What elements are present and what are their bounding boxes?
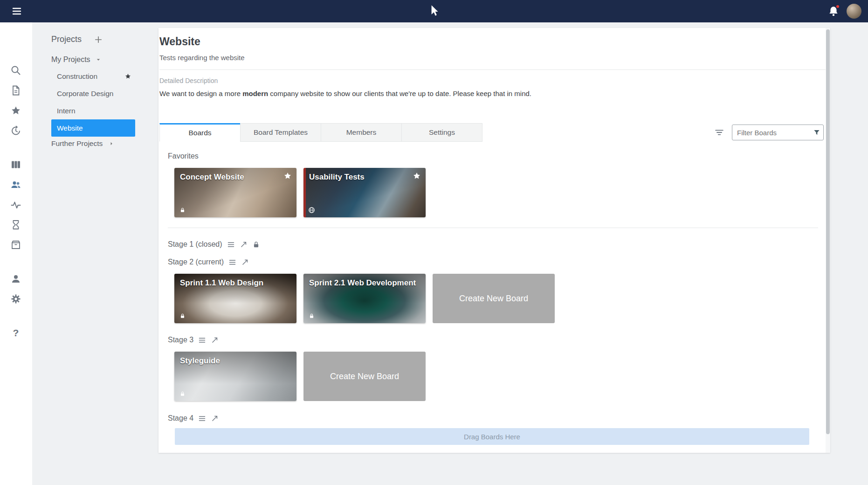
project-list: Construction Corporate Design Intern Web… [32, 68, 158, 137]
notification-badge [835, 4, 840, 9]
board-name: Sprint 2.1 Web Development [303, 274, 426, 288]
stage-expand-icon[interactable] [241, 258, 249, 266]
search-icon[interactable] [10, 65, 21, 76]
project-label: Corporate Design [57, 90, 113, 98]
tab-bar: Boards Board Templates Members Settings [158, 123, 830, 142]
stage-expand-icon[interactable] [211, 336, 219, 344]
stage-expand-icon[interactable] [211, 415, 219, 423]
notifications-bell-icon[interactable] [827, 5, 840, 17]
tab-board-templates[interactable]: Board Templates [240, 123, 321, 142]
board-lock-icon [309, 313, 315, 319]
favorites-section-label: Favorites [168, 152, 830, 160]
board-name: Concept Website [174, 168, 296, 182]
my-projects-group[interactable]: My Projects [51, 55, 158, 64]
project-item-corporate-design[interactable]: Corporate Design [51, 85, 135, 102]
board-star-icon[interactable] [413, 172, 421, 180]
stage-title: Stage 2 (current) [168, 258, 224, 266]
board-globe-icon [308, 207, 315, 214]
chevron-down-icon [95, 56, 102, 63]
archive-box-icon[interactable] [10, 239, 21, 250]
filter-boards-field [732, 125, 824, 140]
board-star-icon[interactable] [283, 172, 292, 180]
chevron-right-icon [108, 140, 115, 147]
further-projects-label: Further Projects [51, 139, 103, 148]
stage-3-header: Stage 3 [168, 336, 830, 344]
create-new-board-button[interactable]: Create New Board [303, 352, 426, 401]
profile-person-icon[interactable] [10, 273, 21, 284]
filter-boards-input[interactable] [732, 125, 824, 140]
help-icon[interactable]: ? [10, 327, 21, 339]
stage-title: Stage 3 [168, 336, 193, 344]
create-new-board-button[interactable]: Create New Board [433, 274, 555, 323]
scrollbar-thumb[interactable] [826, 29, 830, 434]
description-text: company website to show our clients that… [268, 90, 531, 97]
board-lock-icon [179, 391, 186, 397]
project-star-icon[interactable] [124, 73, 131, 80]
stage-title: Stage 1 (closed) [168, 240, 222, 249]
hamburger-menu-icon[interactable] [11, 6, 22, 17]
favorites-star-icon[interactable] [10, 105, 21, 116]
stage-expand-icon[interactable] [240, 241, 248, 249]
page-title: Website [159, 35, 830, 48]
time-tracking-hourglass-icon[interactable] [10, 219, 21, 230]
board-name: Usability Tests [303, 168, 426, 182]
stage-lock-icon [252, 241, 260, 249]
description-text: We want to design a more [159, 90, 242, 97]
favorites-board-row: Concept Website Usability Tests [174, 168, 830, 217]
board-card-sprint-2-1[interactable]: Sprint 2.1 Web Development [303, 274, 426, 323]
project-item-website[interactable]: Website [51, 119, 135, 137]
projects-panel-title: Projects [51, 35, 82, 44]
tab-settings[interactable]: Settings [401, 123, 482, 142]
project-label: Construction [57, 72, 97, 81]
detailed-description-label: Detailed Description [159, 77, 830, 85]
icon-sidebar: ? [0, 22, 32, 485]
board-lock-icon [179, 313, 186, 319]
settings-gear-icon[interactable] [10, 293, 21, 305]
board-card-concept-website[interactable]: Concept Website [174, 168, 296, 217]
app-logo-cursor-icon [428, 4, 440, 18]
stage-1-header: Stage 1 (closed) [168, 240, 830, 249]
description-bold-text: modern [242, 90, 268, 97]
divider [168, 228, 818, 228]
further-projects-group[interactable]: Further Projects [51, 137, 158, 151]
stage-menu-icon[interactable] [228, 258, 236, 266]
boards-columns-icon[interactable] [10, 159, 21, 170]
document-icon[interactable] [10, 85, 21, 96]
page-subtitle: Tests regarding the website [159, 54, 830, 62]
filter-funnel-icon [813, 129, 820, 136]
divider [159, 69, 830, 70]
board-card-usability-tests[interactable]: Usability Tests [303, 168, 426, 217]
sort-lines-icon[interactable] [714, 127, 724, 138]
board-lock-icon [179, 207, 186, 213]
board-card-sprint-1-1[interactable]: Sprint 1.1 Web Design [174, 274, 296, 323]
project-item-construction[interactable]: Construction [51, 68, 135, 85]
stage-title: Stage 4 [168, 414, 193, 423]
project-description: We want to design a more modern company … [159, 90, 830, 98]
add-project-icon[interactable] [94, 35, 103, 44]
activity-pulse-icon[interactable] [10, 199, 21, 210]
history-icon[interactable] [10, 125, 21, 136]
tab-boards[interactable]: Boards [159, 123, 241, 142]
stage-menu-icon[interactable] [198, 336, 206, 344]
stage-menu-icon[interactable] [227, 241, 235, 249]
board-name: Sprint 1.1 Web Design [174, 274, 296, 288]
board-name: Styleguide [174, 352, 296, 366]
drag-boards-drop-zone[interactable]: Drag Boards Here [175, 428, 809, 445]
board-card-styleguide[interactable]: Styleguide [174, 352, 296, 401]
projects-panel: Projects My Projects Construction Corpor… [32, 22, 158, 485]
tab-members[interactable]: Members [321, 123, 402, 142]
content-scrollbar[interactable] [826, 28, 830, 453]
top-bar [0, 0, 868, 22]
project-item-intern[interactable]: Intern [51, 102, 135, 119]
stage-2-header: Stage 2 (current) [168, 258, 830, 266]
project-label: Website [57, 124, 83, 132]
stage-2-board-row: Sprint 1.1 Web Design Sprint 2.1 Web Dev… [174, 274, 830, 323]
project-detail-card: Website Tests regarding the website Deta… [158, 28, 830, 453]
members-group-icon[interactable] [10, 179, 21, 190]
stage-3-board-row: Styleguide Create New Board [174, 352, 830, 401]
stage-4-header: Stage 4 [168, 414, 830, 423]
my-projects-label: My Projects [51, 55, 90, 64]
stage-menu-icon[interactable] [198, 415, 206, 423]
user-avatar[interactable] [847, 4, 861, 19]
project-label: Intern [57, 107, 76, 115]
